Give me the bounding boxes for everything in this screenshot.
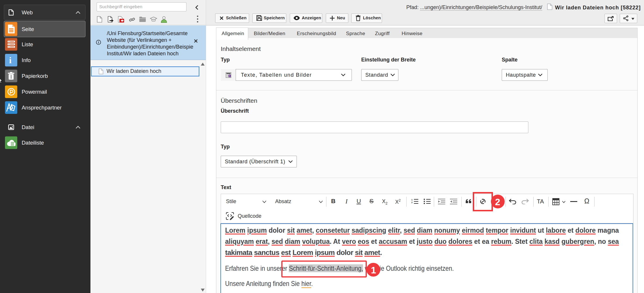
svg-text:2: 2 <box>411 201 413 204</box>
svg-text:1: 1 <box>411 198 413 201</box>
